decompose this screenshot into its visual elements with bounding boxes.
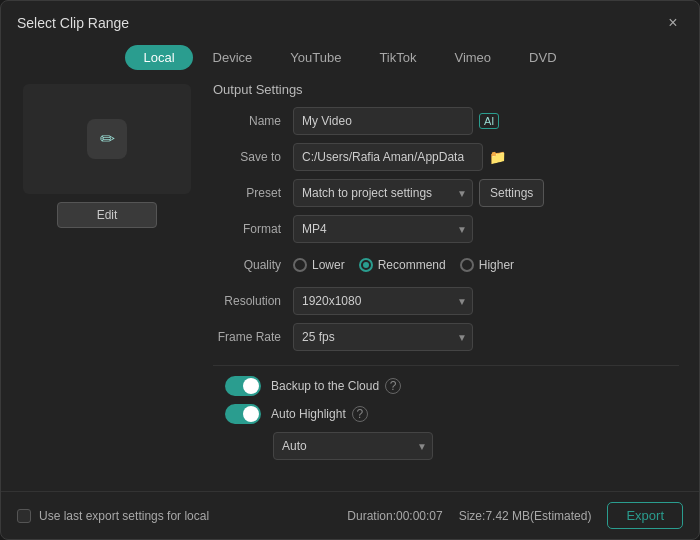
format-select-wrap: MP4 ▼ (293, 215, 473, 243)
preset-select-wrap: Match to project settings ▼ (293, 179, 473, 207)
tab-device[interactable]: Device (195, 45, 271, 70)
quality-higher[interactable]: Higher (460, 258, 514, 272)
quality-row: Quality Lower Recommend High (213, 251, 679, 279)
auto-dropdown-control: Auto ▼ (273, 432, 679, 460)
saveto-input[interactable] (293, 143, 483, 171)
left-panel: ✏ Edit (17, 80, 197, 491)
ai-icon[interactable]: AI (479, 113, 499, 129)
quality-lower-radio[interactable] (293, 258, 307, 272)
autohighlight-toggle[interactable] (225, 404, 261, 424)
auto-dropdown-row: Auto ▼ (213, 432, 679, 460)
tab-local[interactable]: Local (125, 45, 192, 70)
name-row: Name AI (213, 107, 679, 135)
tabs-bar: Local Device YouTube TikTok Vimeo DVD (1, 41, 699, 80)
tab-youtube[interactable]: YouTube (272, 45, 359, 70)
title-bar: Select Clip Range × (1, 1, 699, 41)
video-preview: ✏ (23, 84, 191, 194)
resolution-row: Resolution 1920x1080 ▼ (213, 287, 679, 315)
format-label: Format (213, 222, 293, 236)
output-settings-title: Output Settings (213, 82, 679, 97)
saveto-control: 📁 (293, 143, 679, 171)
name-input[interactable] (293, 107, 473, 135)
select-clip-range-dialog: Select Clip Range × Local Device YouTube… (0, 0, 700, 540)
framerate-row: Frame Rate 25 fps ▼ (213, 323, 679, 351)
quality-lower[interactable]: Lower (293, 258, 345, 272)
autohighlight-toggle-knob (243, 406, 259, 422)
backup-toggle[interactable] (225, 376, 261, 396)
bottom-bar: Use last export settings for local Durat… (1, 491, 699, 539)
meta-info: Duration:00:00:07 Size:7.42 MB(Estimated… (347, 502, 683, 529)
checkbox-row: Use last export settings for local (17, 509, 209, 523)
tab-dvd[interactable]: DVD (511, 45, 574, 70)
resolution-select[interactable]: 1920x1080 (293, 287, 473, 315)
quality-higher-radio[interactable] (460, 258, 474, 272)
preset-label: Preset (213, 186, 293, 200)
saveto-label: Save to (213, 150, 293, 164)
preset-select[interactable]: Match to project settings (293, 179, 473, 207)
name-control: AI (293, 107, 679, 135)
main-content: ✏ Edit Output Settings Name AI Save to (1, 80, 699, 491)
right-panel: Output Settings Name AI Save to 📁 Pres (213, 80, 683, 491)
framerate-select[interactable]: 25 fps (293, 323, 473, 351)
framerate-select-wrap: 25 fps ▼ (293, 323, 473, 351)
resolution-control: 1920x1080 ▼ (293, 287, 679, 315)
auto-select[interactable]: Auto (273, 432, 433, 460)
last-export-label: Use last export settings for local (39, 509, 209, 523)
quality-label: Quality (213, 258, 293, 272)
autohighlight-row: Auto Highlight ? (213, 404, 679, 424)
autohighlight-help-icon[interactable]: ? (352, 406, 368, 422)
resolution-label: Resolution (213, 294, 293, 308)
close-button[interactable]: × (663, 13, 683, 33)
backup-label: Backup to the Cloud (271, 379, 379, 393)
quality-radio-group: Lower Recommend Higher (293, 258, 514, 272)
last-export-checkbox[interactable] (17, 509, 31, 523)
format-control: MP4 ▼ (293, 215, 679, 243)
size-text: Size:7.42 MB(Estimated) (459, 509, 592, 523)
format-row: Format MP4 ▼ (213, 215, 679, 243)
auto-select-wrap: Auto ▼ (273, 432, 433, 460)
backup-row: Backup to the Cloud ? (213, 376, 679, 396)
edit-button[interactable]: Edit (57, 202, 157, 228)
quality-control: Lower Recommend Higher (293, 258, 679, 272)
resolution-select-wrap: 1920x1080 ▼ (293, 287, 473, 315)
folder-icon[interactable]: 📁 (489, 149, 506, 165)
format-select[interactable]: MP4 (293, 215, 473, 243)
pencil-icon: ✏ (87, 119, 127, 159)
tab-tiktok[interactable]: TikTok (361, 45, 434, 70)
saveto-row: Save to 📁 (213, 143, 679, 171)
divider (213, 365, 679, 366)
framerate-control: 25 fps ▼ (293, 323, 679, 351)
export-button[interactable]: Export (607, 502, 683, 529)
duration-text: Duration:00:00:07 (347, 509, 442, 523)
backup-toggle-knob (243, 378, 259, 394)
settings-button[interactable]: Settings (479, 179, 544, 207)
tab-vimeo[interactable]: Vimeo (436, 45, 509, 70)
autohighlight-label: Auto Highlight (271, 407, 346, 421)
quality-recommend-radio[interactable] (359, 258, 373, 272)
backup-help-icon[interactable]: ? (385, 378, 401, 394)
name-label: Name (213, 114, 293, 128)
framerate-label: Frame Rate (213, 330, 293, 344)
preset-control: Match to project settings ▼ Settings (293, 179, 679, 207)
preset-row: Preset Match to project settings ▼ Setti… (213, 179, 679, 207)
dialog-title: Select Clip Range (17, 15, 129, 31)
quality-recommend[interactable]: Recommend (359, 258, 446, 272)
